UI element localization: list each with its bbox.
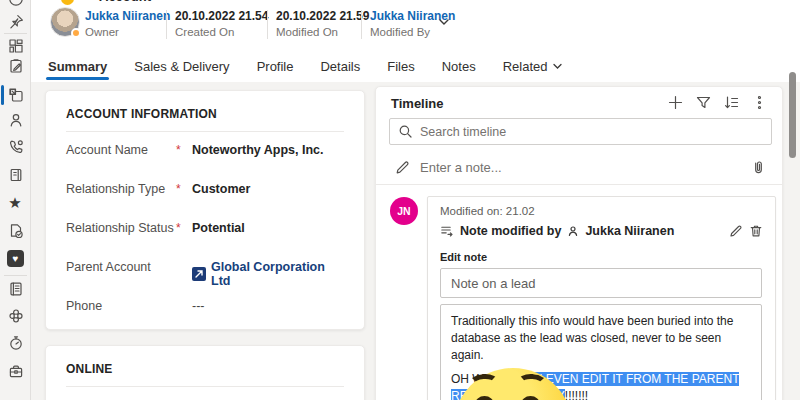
record-type-label: Account (99, 0, 151, 4)
person-icon (567, 225, 579, 237)
timeline-panel: Timeline Search timeline En (375, 86, 783, 400)
filter-funnel-icon[interactable] (695, 94, 712, 111)
field-label: Parent Account (66, 260, 176, 288)
contacts-person-icon[interactable] (8, 112, 24, 128)
field-row-relationship-type: Relationship Type * Customer (66, 182, 344, 196)
more-vertical-icon[interactable] (751, 94, 768, 111)
parent-account-link[interactable]: Global Corporation Ltd (192, 260, 344, 288)
note-lines-icon (440, 224, 454, 238)
emoji-eye (475, 396, 494, 400)
field-label: Phone (66, 299, 176, 313)
phone-calls-icon[interactable] (8, 139, 24, 155)
vertical-scrollbar[interactable] (789, 72, 796, 158)
cases-box-icon[interactable] (8, 167, 24, 183)
owner-field: Jukka Niiranen Owner (85, 9, 170, 38)
timeline-actions (667, 94, 768, 111)
entry-action-text: Note modified by (460, 224, 561, 238)
emoji-eye (521, 396, 540, 400)
presence-dot (71, 28, 81, 38)
tab-summary[interactable]: Summary (48, 50, 107, 82)
required-asterisk (176, 260, 192, 288)
created-on-value: 20.10.2022 21.54 (175, 9, 268, 23)
required-asterisk: * (176, 182, 192, 196)
open-record-icon (192, 267, 206, 281)
section-title: ACCOUNT INFORMATION (66, 107, 344, 121)
note-placeholder: Enter a note... (420, 160, 741, 175)
add-icon[interactable] (667, 94, 684, 111)
accounts-icon[interactable] (8, 87, 24, 103)
section-title: ONLINE (66, 362, 344, 376)
field-row-account-name: Account Name * Noteworthy Apps, Inc. (66, 143, 344, 157)
expand-records-icon[interactable] (723, 94, 740, 111)
tab-profile[interactable]: Profile (257, 50, 294, 82)
section-divider (66, 386, 344, 387)
note-paragraph: Traditionally this info would have been … (451, 313, 751, 363)
edit-pencil-icon[interactable] (729, 224, 743, 238)
header-divider (361, 10, 362, 39)
recent-clock-icon[interactable] (8, 0, 24, 7)
owner-link[interactable]: Jukka Niiranen (85, 9, 170, 23)
field-label: Relationship Type (66, 182, 176, 196)
toolbox-icon[interactable] (8, 363, 24, 379)
tab-sales-delivery[interactable]: Sales & Delivery (134, 50, 229, 82)
active-entity-indicator (1, 85, 4, 105)
entry-avatar: JN (390, 197, 418, 225)
field-value-relationship-type[interactable]: Customer (192, 182, 250, 196)
field-label: Relationship Status (66, 221, 176, 235)
field-value-account-name[interactable]: Noteworthy Apps, Inc. (192, 143, 324, 157)
paperclip-icon[interactable] (751, 160, 766, 175)
timeline-divider (376, 184, 782, 185)
entry-user-name: Jukka Niiranen (585, 224, 674, 238)
pin-icon[interactable] (8, 14, 24, 30)
search-icon (398, 124, 413, 139)
field-label: Account Name (66, 143, 176, 157)
field-value-phone[interactable]: --- (192, 299, 205, 313)
header-divider (166, 10, 167, 39)
app-window: ★ ♥ Account Jukka Niiranen Owner 20.10.2… (0, 0, 800, 400)
entry-header-row: Note modified by Jukka Niiranen (440, 224, 763, 238)
account-entity-icon (61, 0, 74, 5)
field-row-parent-account: Parent Account Global Corporation Ltd (66, 260, 344, 288)
created-on-label: Created On (175, 26, 268, 38)
owner-avatar[interactable] (50, 7, 80, 37)
tab-files[interactable]: Files (387, 50, 414, 82)
activities-clipboard-icon[interactable] (8, 58, 24, 74)
field-value-relationship-status[interactable]: Potential (192, 221, 245, 235)
timeline-note-entry[interactable]: Modified on: 21.02 Note modified by Jukk… (427, 196, 776, 400)
enter-note-input[interactable]: Enter a note... (389, 153, 772, 181)
field-row-relationship-status: Relationship Status * Potential (66, 221, 344, 235)
chevron-down-icon[interactable] (437, 15, 451, 29)
chevron-down-icon (552, 61, 563, 72)
owner-label: Owner (85, 26, 170, 38)
entry-modified-on: Modified on: 21.02 (440, 205, 763, 217)
form-body: ACCOUNT INFORMATION Account Name * Notew… (31, 82, 800, 400)
notebook-icon[interactable] (8, 281, 24, 297)
edit-note-label: Edit note (440, 251, 763, 263)
emoji-eyebrow (516, 373, 547, 393)
note-title-input[interactable]: Note on a lead (440, 268, 762, 298)
section-divider (66, 131, 344, 132)
quotes-document-icon[interactable] (8, 223, 24, 239)
site-map-sidebar: ★ ♥ (0, 0, 31, 400)
modified-on-value: 20.10.2022 21.59 (276, 9, 369, 23)
note-body-editor[interactable]: Traditionally this info would have been … (440, 304, 762, 400)
tab-related[interactable]: Related (503, 50, 564, 82)
pencil-icon (395, 160, 410, 175)
dashboard-grid-icon[interactable] (8, 38, 24, 54)
tab-details[interactable]: Details (320, 50, 360, 82)
form-tabs: Summary Sales & Delivery Profile Details… (31, 50, 800, 82)
modified-on-field: 20.10.2022 21.59 Modified On (276, 9, 369, 38)
heart-badge-icon[interactable]: ♥ (7, 250, 24, 267)
field-row-phone: Phone --- (66, 299, 344, 313)
modified-on-label: Modified On (276, 26, 369, 38)
note-title-value: Note on a lead (451, 276, 536, 291)
online-section: ONLINE (45, 345, 365, 400)
emoji-eyebrow (468, 373, 499, 393)
sidebar-divider (4, 275, 27, 276)
star-icon[interactable]: ★ (6, 195, 24, 211)
flower-settings-icon[interactable] (8, 308, 24, 324)
timer-icon[interactable] (8, 335, 24, 351)
delete-trash-icon[interactable] (749, 224, 763, 238)
tab-notes[interactable]: Notes (442, 50, 476, 82)
timeline-search-input[interactable]: Search timeline (389, 118, 772, 145)
